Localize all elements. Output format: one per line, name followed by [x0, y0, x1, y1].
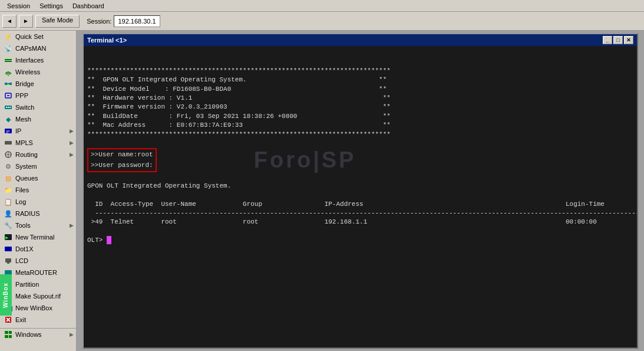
- capsman-icon: 📡: [4, 44, 13, 53]
- svg-rect-34: [9, 331, 12, 334]
- terminal-titlebar-buttons: _ □ ✕: [603, 36, 633, 44]
- sidebar-label-quickset: Quick Set: [15, 33, 44, 40]
- sidebar-label-new-winbox: New WinBox: [15, 304, 52, 311]
- interfaces-icon: [4, 55, 13, 65]
- svg-rect-21: [5, 258, 11, 263]
- sidebar-label-capsman: CAPsMAN: [15, 45, 47, 52]
- switch-icon: [4, 103, 13, 112]
- session-ip: 192.168.30.1: [114, 15, 160, 27]
- sidebar-item-queues[interactable]: ▤ Queues: [0, 172, 76, 184]
- sidebar-item-lcd[interactable]: LCD: [0, 255, 76, 267]
- sidebar-label-interfaces: Interfaces: [15, 57, 44, 64]
- terminal-close-button[interactable]: ✕: [624, 36, 633, 44]
- sidebar-label-mesh: Mesh: [15, 116, 31, 123]
- sidebar-item-mesh[interactable]: ◆ Mesh: [0, 113, 76, 125]
- sidebar-item-bridge[interactable]: Bridge: [0, 78, 76, 90]
- sidebar-item-exit[interactable]: Exit: [0, 314, 76, 326]
- ip-icon: IP: [4, 126, 13, 136]
- sidebar-label-log: Log: [15, 198, 26, 205]
- windows-icon: [4, 330, 13, 339]
- lcd-icon: [4, 256, 13, 265]
- tools-icon: 🔧: [4, 221, 13, 230]
- session-label: Session:: [87, 18, 111, 25]
- sidebar-item-wireless[interactable]: Wireless: [0, 66, 76, 78]
- sidebar-label-make-supout: Make Supout.rif: [15, 293, 61, 300]
- sidebar-label-bridge: Bridge: [15, 80, 34, 87]
- toolbar: ◄ ► Safe Mode Session: 192.168.30.1: [0, 12, 644, 31]
- dot1x-icon: [4, 244, 13, 254]
- menu-session[interactable]: Session: [2, 2, 35, 10]
- sidebar-item-ip[interactable]: IP IP ▶: [0, 125, 76, 137]
- windows-arrow: ▶: [70, 332, 74, 337]
- terminal-window: Terminal <1> _ □ ✕ Foro|SP *************…: [82, 33, 638, 349]
- svg-rect-14: [5, 141, 12, 145]
- safe-mode-button[interactable]: Safe Mode: [35, 15, 80, 28]
- terminal-minimize-button[interactable]: _: [603, 36, 612, 44]
- sidebar-label-exit: Exit: [15, 316, 26, 323]
- sidebar-item-log[interactable]: 📋 Log: [0, 196, 76, 208]
- menu-dashboard[interactable]: Dashboard: [68, 2, 109, 10]
- sidebar-label-lcd: LCD: [15, 257, 28, 264]
- queues-icon: ▤: [4, 173, 13, 183]
- mpls-arrow: ▶: [70, 140, 74, 146]
- sidebar-label-queues: Queues: [15, 175, 38, 182]
- terminal-maximize-button[interactable]: □: [613, 36, 623, 44]
- forward-button[interactable]: ►: [19, 15, 33, 28]
- new-terminal-icon: ▶: [4, 232, 13, 242]
- radius-icon: 👤: [4, 209, 13, 218]
- sidebar-item-dot1x[interactable]: Dot1X: [0, 243, 76, 255]
- highlighted-credentials: >>User name:root >>User password:: [87, 148, 157, 172]
- sidebar-label-ip: IP: [15, 127, 21, 135]
- ppp-icon: [4, 91, 13, 100]
- sidebar-item-ppp[interactable]: PPP: [0, 90, 76, 101]
- svg-rect-1: [5, 61, 12, 62]
- sidebar-item-mpls[interactable]: MPLS ▶: [0, 137, 76, 149]
- sidebar-item-tools[interactable]: 🔧 Tools ▶: [0, 219, 76, 231]
- sidebar-label-wireless: Wireless: [15, 68, 40, 76]
- sidebar-item-files[interactable]: 📁 Files: [0, 184, 76, 196]
- ip-arrow: ▶: [70, 128, 74, 134]
- svg-rect-10: [8, 107, 9, 108]
- wireless-icon: [4, 67, 13, 77]
- files-icon: 📁: [4, 185, 13, 195]
- sidebar-label-system: System: [15, 163, 37, 170]
- svg-rect-35: [5, 335, 8, 338]
- terminal-content: Foro|SP ********************************…: [87, 48, 637, 345]
- svg-rect-22: [7, 263, 9, 264]
- terminal-body[interactable]: Foro|SP ********************************…: [84, 46, 637, 347]
- sidebar-label-dot1x: Dot1X: [15, 245, 34, 252]
- svg-rect-33: [5, 331, 8, 334]
- mesh-icon: ◆: [4, 114, 13, 124]
- svg-rect-9: [6, 107, 7, 108]
- sidebar-label-ppp: PPP: [15, 92, 28, 99]
- exit-icon: [4, 315, 13, 324]
- sidebar-label-windows: Windows: [15, 331, 42, 338]
- sidebar-item-windows[interactable]: Windows ▶: [0, 329, 76, 340]
- back-button[interactable]: ◄: [2, 15, 16, 28]
- sidebar-label-switch: Switch: [15, 104, 34, 111]
- sidebar-item-interfaces[interactable]: Interfaces: [0, 54, 76, 66]
- quickset-icon: ⚡: [4, 32, 13, 41]
- svg-rect-20: [5, 247, 12, 251]
- main-layout: ⚡ Quick Set 📡 CAPsMAN Interfaces Wireles…: [0, 31, 644, 351]
- sidebar-label-mpls: MPLS: [15, 139, 33, 146]
- sidebar-label-tools: Tools: [15, 222, 31, 229]
- mpls-icon: [4, 138, 13, 147]
- sidebar-label-metarouter: MetaROUTER: [15, 269, 57, 276]
- system-icon: ⚙: [4, 162, 13, 171]
- sidebar-item-capsman[interactable]: 📡 CAPsMAN: [0, 42, 76, 54]
- svg-rect-11: [9, 107, 11, 108]
- svg-text:IP: IP: [6, 130, 10, 134]
- sidebar-item-switch[interactable]: Switch: [0, 101, 76, 113]
- menu-settings[interactable]: Settings: [35, 2, 68, 10]
- sidebar-item-quickset[interactable]: ⚡ Quick Set: [0, 31, 76, 42]
- sidebar-item-routing[interactable]: Routing ▶: [0, 149, 76, 160]
- svg-rect-5: [6, 83, 10, 84]
- tools-arrow: ▶: [70, 222, 74, 228]
- sidebar-item-system[interactable]: ⚙ System: [0, 160, 76, 172]
- svg-rect-36: [9, 335, 12, 338]
- sidebar-item-new-terminal[interactable]: ▶ New Terminal: [0, 231, 76, 243]
- terminal-title: Terminal <1>: [87, 37, 127, 44]
- sidebar-label-files: Files: [15, 186, 29, 193]
- sidebar-item-radius[interactable]: 👤 RADIUS: [0, 208, 76, 219]
